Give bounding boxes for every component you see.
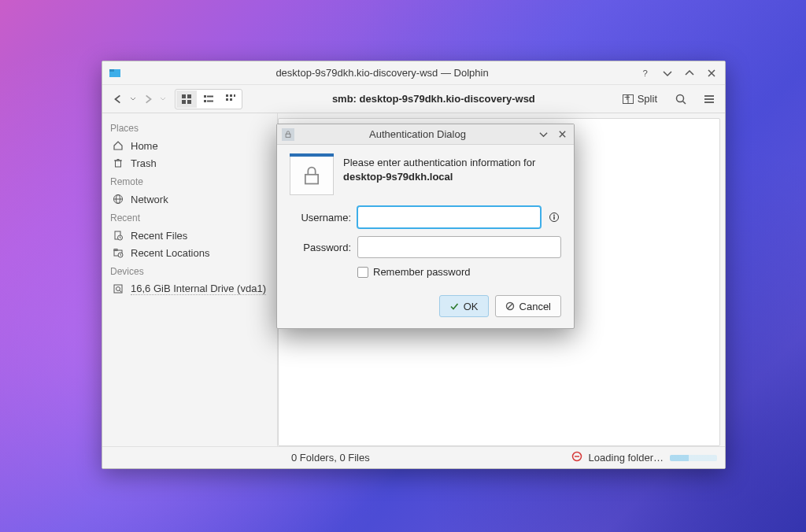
desktop-wallpaper: desktop-9s79dkh.kio-discovery-wsd — Dolp… — [0, 0, 806, 532]
username-hint-icon[interactable] — [547, 210, 561, 224]
search-icon[interactable] — [671, 90, 690, 109]
sidebar-item-home[interactable]: Home — [109, 137, 271, 154]
svg-rect-11 — [226, 94, 228, 97]
recent-files-icon — [112, 229, 124, 242]
toolbar: smb: desktop-9s79dkh.kio-discovery-wsd +… — [102, 85, 725, 113]
svg-rect-3 — [182, 94, 186, 98]
details-view-button[interactable] — [220, 91, 241, 108]
view-mode-group — [175, 89, 242, 109]
sidebar-item-network[interactable]: Network — [109, 190, 271, 208]
auth-dialog: Authentication Dialog Please enter authe… — [276, 124, 575, 329]
dialog-title: Authentication Dialog — [299, 128, 536, 140]
dialog-host: desktop-9s79dkh.local — [343, 171, 453, 183]
dialog-message-prefix: Please enter authentication information … — [343, 157, 535, 168]
svg-rect-24 — [116, 161, 121, 167]
svg-rect-13 — [234, 94, 235, 97]
svg-line-20 — [683, 101, 686, 104]
password-input[interactable] — [357, 236, 561, 258]
sidebar-item-drive[interactable]: 16,6 GiB Internal Drive (vda1) — [109, 280, 271, 297]
svg-point-19 — [677, 94, 684, 102]
sidebar-item-label: Recent Files — [131, 230, 187, 242]
home-icon — [112, 139, 124, 152]
breadcrumb[interactable]: smb: desktop-9s79dkh.kio-discovery-wsd — [250, 93, 617, 105]
svg-rect-15 — [230, 98, 232, 101]
status-loading-text: Loading folder… — [589, 452, 664, 464]
svg-point-43 — [553, 215, 555, 216]
loading-progress — [670, 455, 717, 461]
svg-rect-4 — [187, 94, 191, 98]
sidebar-item-trash[interactable]: Trash — [109, 154, 271, 172]
svg-rect-40 — [286, 134, 290, 137]
places-panel: Places Home Trash Remote Network Recent — [102, 113, 278, 446]
trash-icon — [112, 157, 124, 169]
drive-icon — [112, 283, 124, 295]
svg-rect-41 — [305, 175, 318, 184]
sidebar-item-label: Home — [131, 140, 158, 152]
svg-text:+: + — [624, 93, 630, 103]
maximize-icon[interactable] — [682, 66, 697, 80]
check-icon — [449, 301, 459, 311]
username-input[interactable] — [357, 206, 541, 228]
svg-rect-5 — [182, 100, 186, 104]
dialog-message: Please enter authentication information … — [343, 156, 561, 195]
window-titlebar: desktop-9s79dkh.kio-discovery-wsd — Dolp… — [102, 61, 725, 85]
svg-line-37 — [120, 290, 121, 292]
minimize-icon[interactable] — [660, 66, 675, 80]
status-items-count: 0 Folders, 0 Files — [291, 452, 370, 464]
forward-history-chevron-icon[interactable] — [159, 90, 167, 109]
compact-view-button[interactable] — [198, 91, 219, 108]
cancel-button[interactable]: Cancel — [495, 295, 561, 317]
sidebar-item-label: Recent Locations — [131, 247, 209, 259]
app-icon — [109, 67, 121, 79]
svg-line-46 — [508, 304, 512, 308]
lock-thumbnail-icon — [290, 156, 334, 195]
password-label: Password: — [290, 242, 351, 253]
dialog-titlebar: Authentication Dialog — [277, 124, 574, 145]
help-icon[interactable]: ? — [638, 66, 653, 80]
section-places: Places — [110, 123, 271, 134]
svg-rect-7 — [204, 95, 206, 98]
back-history-chevron-icon[interactable] — [129, 90, 137, 109]
username-label: Username: — [290, 212, 351, 224]
icons-view-button[interactable] — [176, 91, 197, 108]
forward-button[interactable] — [139, 90, 157, 109]
svg-rect-44 — [553, 216, 554, 220]
svg-text:?: ? — [643, 68, 648, 77]
ok-button[interactable]: OK — [439, 295, 489, 317]
dialog-minimize-icon[interactable] — [536, 127, 550, 142]
back-button[interactable] — [109, 90, 128, 109]
svg-point-36 — [116, 287, 120, 291]
window-title: desktop-9s79dkh.kio-discovery-wsd — Dolp… — [126, 67, 638, 79]
svg-rect-1 — [109, 69, 114, 72]
section-remote: Remote — [110, 176, 271, 187]
statusbar: 0 Folders, 0 Files Loading folder… — [102, 446, 725, 468]
sidebar-item-label: Trash — [131, 157, 157, 169]
svg-rect-10 — [207, 100, 213, 102]
svg-rect-14 — [226, 98, 228, 101]
hamburger-menu-icon[interactable] — [700, 90, 719, 109]
section-devices: Devices — [110, 266, 271, 277]
stop-loading-icon[interactable] — [571, 451, 582, 464]
svg-rect-6 — [187, 100, 191, 104]
remember-password-checkbox[interactable] — [357, 267, 368, 278]
sidebar-item-recent-files[interactable]: Recent Files — [109, 227, 271, 244]
sidebar-item-recent-locations[interactable]: Recent Locations — [109, 244, 271, 261]
sidebar-item-label: Network — [131, 194, 168, 205]
recent-locations-icon — [112, 246, 124, 259]
ok-label: OK — [464, 301, 479, 312]
split-button[interactable]: + Split — [617, 91, 662, 107]
section-recent: Recent — [110, 212, 271, 224]
split-label: Split — [638, 93, 657, 105]
svg-rect-12 — [230, 94, 232, 97]
dialog-close-icon[interactable] — [555, 127, 569, 142]
cancel-icon — [505, 301, 515, 311]
close-icon[interactable] — [704, 66, 719, 80]
lock-app-icon — [282, 128, 294, 141]
remember-password-label: Remember password — [373, 266, 471, 278]
network-icon — [112, 193, 124, 205]
svg-rect-8 — [207, 95, 213, 97]
svg-rect-9 — [204, 100, 206, 102]
sidebar-item-label: 16,6 GiB Internal Drive (vda1) — [131, 283, 266, 295]
cancel-label: Cancel — [519, 301, 551, 312]
